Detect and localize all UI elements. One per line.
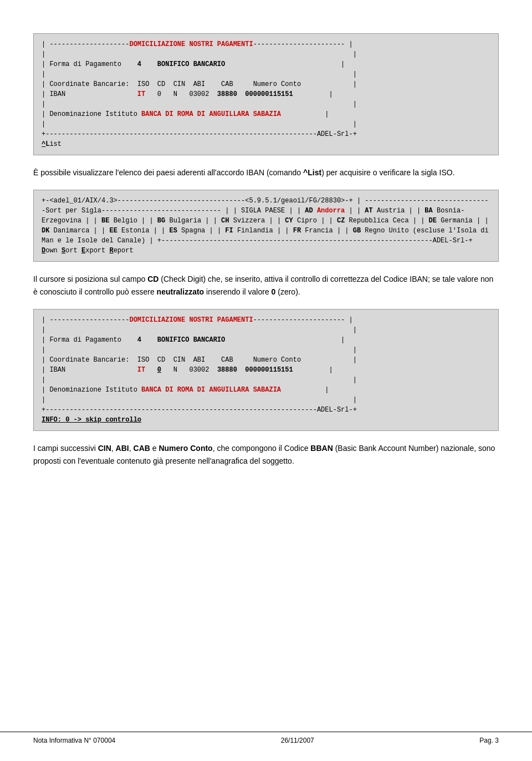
terminal-box-countries: +-<adel_01/AIX/4.3>---------------------…: [33, 190, 499, 262]
page-footer: Nota Informativa N° 070004 26/11/2007 Pa…: [0, 732, 532, 744]
footer-nota-label: Nota Informativa: [33, 737, 82, 744]
footer-page: Pag. 3: [479, 737, 499, 744]
terminal-box-3: | --------------------DOMICILIAZIONE NOS…: [33, 309, 499, 431]
term1-title-line: | --------------------DOMICILIAZIONE NOS…: [42, 40, 357, 148]
paragraph-3: I campi successivi CIN, ABI, CAB e Numer…: [33, 442, 499, 467]
footer-date: 26/11/2007: [281, 737, 314, 744]
countries-header: +-<adel_01/AIX/4.3>---------------------…: [42, 197, 489, 255]
footer-doc-number: N° 070004: [84, 737, 115, 744]
page-content: | --------------------DOMICILIAZIONE NOS…: [0, 0, 532, 510]
paragraph-2: Il cursore si posiziona sul campo CD (Ch…: [33, 273, 499, 298]
footer-doc-info: Nota Informativa N° 070004: [33, 737, 115, 744]
paragraph-1: È possibile visualizzare l'elenco dei pa…: [33, 166, 499, 179]
terminal-box-1: | --------------------DOMICILIAZIONE NOS…: [33, 33, 499, 155]
